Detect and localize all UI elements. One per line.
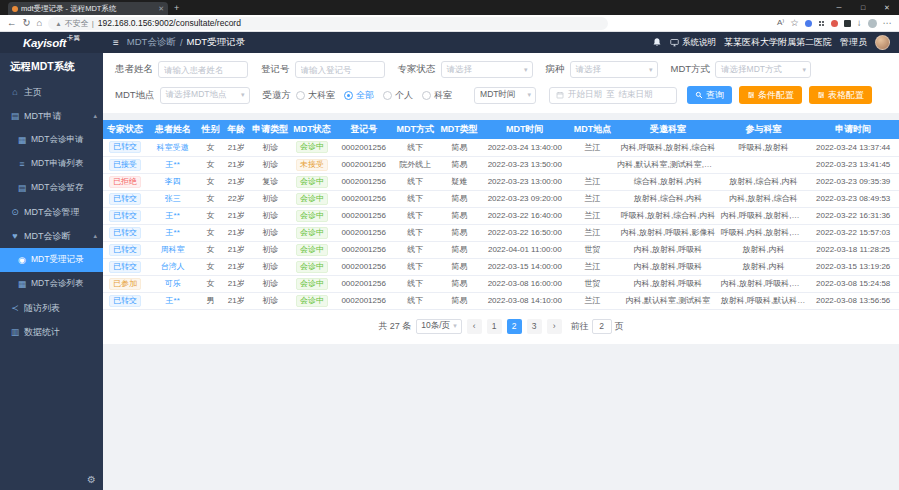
page-button-2[interactable]: 2 [507, 319, 522, 334]
system-help-link[interactable]: 系统说明 [670, 37, 716, 49]
table-config-button[interactable]: 表格配置 [809, 86, 872, 104]
patient-name-link[interactable]: 科室受邀 [157, 143, 189, 152]
radio-option[interactable]: 个人 [383, 89, 413, 102]
patient-name-link[interactable]: 周科室 [161, 245, 185, 254]
extension-icon[interactable] [831, 20, 838, 27]
settings-gear-icon[interactable]: ⚙ [87, 474, 96, 485]
sidebar-item[interactable]: ⌂主页 [0, 80, 103, 104]
browser-menu-icon[interactable]: ⋯ [883, 18, 893, 28]
table-row[interactable]: 已转交周科室女21岁初诊会诊中0002001256线下简易2022-04-01 … [103, 241, 899, 258]
manage-icon: ⊙ [10, 207, 20, 217]
draft-icon: ▤ [17, 183, 27, 193]
sidebar-item[interactable]: ◉MDT受理记录 [0, 248, 103, 272]
browser-home-icon[interactable]: ⌂ [36, 18, 42, 28]
notification-bell-icon[interactable] [652, 34, 662, 52]
browser-tab[interactable]: mdt受理记录 - 远程MDT系统 ✕ [8, 2, 168, 15]
browser-addressbar: ← ↻ ⌂ ▲ 不安全 | 192.168.0.156:9002/consult… [0, 15, 899, 32]
cell-expert-status: 已转交 [103, 139, 147, 156]
url-bar[interactable]: ▲ 不安全 | 192.168.0.156:9002/consultate/re… [48, 17, 608, 30]
cell-mdt-status: 未接受 [290, 156, 334, 173]
mdt-place-select[interactable]: 请选择MDT地点 ▾ [160, 87, 250, 104]
favorite-star-icon[interactable]: ☆ [790, 18, 799, 28]
window-maximize-button[interactable]: □ [851, 0, 875, 15]
table-row[interactable]: 已转交张三女22岁初诊会诊中0002001256线下简易2022-03-23 0… [103, 190, 899, 207]
patient-name-link[interactable]: 台湾人 [161, 262, 185, 271]
extension-icon[interactable] [844, 20, 851, 27]
patient-name-link[interactable]: 张三 [165, 194, 181, 203]
cell-mdt-place: 兰江 [569, 207, 617, 224]
patient-name-link[interactable]: 李四 [165, 177, 181, 186]
status-tag: 已接受 [109, 159, 141, 171]
cell-mdt-type: 疑难 [437, 173, 481, 190]
cell-gender: 女 [199, 207, 223, 224]
table-row[interactable]: 已拒绝李四女21岁复诊会诊中0002001256线下疑难2022-03-23 1… [103, 173, 899, 190]
disease-select[interactable]: 请选择 ▾ [570, 61, 658, 78]
page-button-3[interactable]: 3 [527, 319, 542, 334]
sidebar-fold-icon[interactable]: ≡ [113, 37, 119, 48]
new-tab-button[interactable]: + [174, 2, 179, 15]
page-button-1[interactable]: 1 [487, 319, 502, 334]
app-body: 远程MDT系统 ⌂主页▤MDT申请▴▦MDT会诊申请≡MDT申请列表▤MDT会诊… [0, 53, 899, 490]
sidebar-item[interactable]: ≡MDT申请列表 [0, 152, 103, 176]
goto-page-input[interactable] [592, 319, 612, 334]
reg-no-input[interactable] [295, 61, 385, 78]
status-tag: 已转交 [109, 244, 141, 256]
patient-name-input[interactable] [158, 61, 248, 78]
sidebar-item[interactable]: ≺随访列表 [0, 296, 103, 320]
security-indicator: ▲ 不安全 | [55, 18, 94, 29]
radio-option[interactable]: 大科室 [296, 89, 335, 102]
user-avatar[interactable] [875, 35, 890, 50]
patient-name-link[interactable]: 王** [166, 228, 180, 237]
back-icon[interactable]: ← [7, 18, 17, 28]
downloads-icon[interactable]: ↓ [857, 18, 862, 28]
read-aloud-icon[interactable]: A⁾ [777, 19, 784, 27]
sidebar-item[interactable]: ⊙MDT会诊管理 [0, 200, 103, 224]
patient-name-label: 患者姓名 [115, 63, 153, 76]
patient-name-link[interactable]: 可乐 [165, 279, 181, 288]
tab-close-icon[interactable]: ✕ [158, 5, 164, 13]
extension-icon[interactable] [805, 20, 812, 27]
column-header: MDT方式 [393, 120, 437, 139]
time-field-select[interactable]: MDT时间 ▾ [474, 87, 536, 104]
patient-name-link[interactable]: 王** [166, 296, 180, 305]
mdt-mode-select[interactable]: 请选择MDT方式 ▾ [715, 61, 811, 78]
extension-grid-icon[interactable] [818, 20, 825, 27]
window-close-button[interactable]: ✕ [875, 0, 899, 15]
expert-status-select[interactable]: 请选择 ▾ [441, 61, 533, 78]
sidebar-item[interactable]: ▤MDT会诊暂存 [0, 176, 103, 200]
sidebar-item[interactable]: ▤MDT申请▴ [0, 104, 103, 128]
browser-profile-avatar[interactable] [868, 19, 877, 28]
table-row[interactable]: 已转交王**女21岁初诊会诊中0002001256线下简易2022-03-22 … [103, 207, 899, 224]
date-range-picker[interactable]: 开始日期 至 结束日期 [549, 87, 677, 104]
condition-config-button[interactable]: 条件配置 [739, 86, 802, 104]
page-size-select[interactable]: 10条/页 ▾ [416, 319, 461, 334]
mdt-place-label: MDT地点 [115, 89, 155, 102]
cell-patient-name: 王** [147, 224, 199, 241]
table-row[interactable]: 已转交台湾人女21岁初诊会诊中0002001256线下简易2022-03-15 … [103, 258, 899, 275]
sidebar-item[interactable]: ♥MDT会诊断▴ [0, 224, 103, 248]
status-tag: 会诊中 [296, 295, 328, 307]
pagination-prev-button[interactable]: ‹ [467, 319, 482, 334]
sidebar-item[interactable]: ▥数据统计 [0, 320, 103, 344]
records-table: 专家状态患者姓名性别年龄申请类型MDT状态登记号MDT方式MDT类型MDT时间M… [103, 120, 899, 310]
table-row[interactable]: 已转交科室受邀女21岁初诊会诊中0002001256线下简易2022-03-24… [103, 139, 899, 156]
search-button[interactable]: 查询 [687, 86, 732, 104]
cell-age: 21岁 [222, 292, 250, 309]
cell-mdt-time: 2022-03-23 13:50:00 [481, 156, 569, 173]
column-header: 专家状态 [103, 120, 147, 139]
radio-option[interactable]: 科室 [422, 89, 452, 102]
table-row[interactable]: 已转交王**男21岁初诊会诊中0002001256线下简易2022-03-08 … [103, 292, 899, 309]
status-tag: 已转交 [109, 210, 141, 222]
pagination-next-button[interactable]: › [547, 319, 562, 334]
window-minimize-button[interactable]: ─ [827, 0, 851, 15]
table-row[interactable]: 已接受王**女21岁初诊未接受0002001256院外线上简易2022-03-2… [103, 156, 899, 173]
table-row[interactable]: 已参加可乐女21岁初诊会诊中0002001256线下简易2022-03-08 1… [103, 275, 899, 292]
sidebar-item[interactable]: ▦MDT会诊列表 [0, 272, 103, 296]
patient-name-link[interactable]: 王** [166, 160, 180, 169]
sidebar-item[interactable]: ▦MDT会诊申请 [0, 128, 103, 152]
table-row[interactable]: 已转交王**女21岁初诊会诊中0002001256线下简易2022-03-22 … [103, 224, 899, 241]
patient-name-link[interactable]: 王** [166, 211, 180, 220]
radio-option[interactable]: 全部 [344, 89, 374, 102]
cell-expert-status: 已转交 [103, 207, 147, 224]
refresh-icon[interactable]: ↻ [23, 18, 31, 28]
